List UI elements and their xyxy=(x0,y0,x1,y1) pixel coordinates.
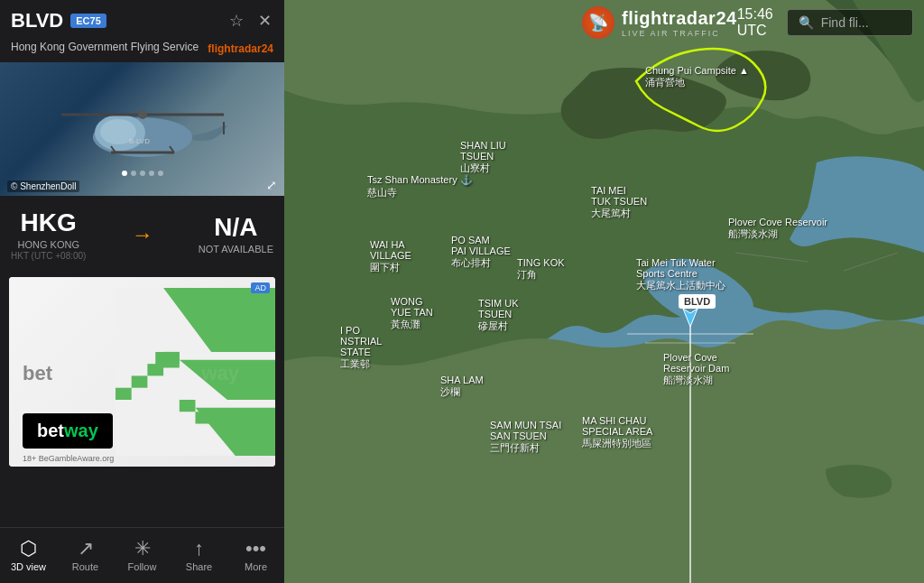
follow-label: Follow xyxy=(128,561,157,572)
origin-airport: HKG HONG KONG HKT (UTC +08:00) xyxy=(11,208,86,261)
svg-text:B-LVD: B-LVD xyxy=(129,137,150,145)
map-label-chung-pui: Chung Pui Campsite ▲涌背營地 xyxy=(645,65,749,89)
svg-rect-23 xyxy=(147,364,163,375)
search-placeholder: Find fli... xyxy=(821,15,869,30)
origin-tz: HKT (UTC +08:00) xyxy=(11,251,86,261)
route-section: HKG HONG KONG HKT (UTC +08:00) → N/A NOT… xyxy=(0,196,284,273)
time-display: 15:46 UTC xyxy=(737,6,773,39)
origin-name: HONG KONG xyxy=(11,239,86,250)
dot-1 xyxy=(122,171,127,176)
map-label-ting-kok: TING KOK汀角 xyxy=(517,257,565,282)
route-icon: ↗ xyxy=(78,539,94,559)
dest-airport: N/A NOT AVAILABLE xyxy=(199,213,273,255)
map-label-plover-dam: Plover CoveReservoir Dam船灣淡水湖 xyxy=(663,352,729,387)
helicopter-image: B-LVD xyxy=(43,88,242,178)
route-label: Route xyxy=(72,561,98,572)
map-blvd-badge: BLVD xyxy=(679,294,716,309)
svg-rect-26 xyxy=(180,400,196,412)
more-icon: ••• xyxy=(245,539,266,559)
map-label-wai-ha: WAI HAVILLAGE圍下村 xyxy=(370,239,411,274)
ad-disclaimer: 18+ BeGambleAware.org xyxy=(23,454,114,463)
dot-4 xyxy=(149,171,154,176)
map-area[interactable]: SHAN LIUTSUEN山寮村 TAI MEITUK TSUEN大尾篤村 WA… xyxy=(284,0,924,583)
dest-code: N/A xyxy=(199,213,273,242)
map-label-tai-mei: TAI MEITUK TSUEN大尾篤村 xyxy=(591,185,647,220)
svg-point-11 xyxy=(138,110,147,119)
map-label-sha-lam: SHA LAM沙欄 xyxy=(440,375,484,399)
search-bar[interactable]: 🔍 Find fli... xyxy=(787,9,913,36)
ad-section: bet way betway 18+ BeGambleAware.org AD xyxy=(9,277,275,467)
map-label-ipo: I PONSTRIALSTATE工業邨 xyxy=(340,325,382,371)
svg-rect-27 xyxy=(196,412,212,423)
origin-code: HKG xyxy=(11,208,86,237)
map-label-ma-shi: MA SHI CHAUSPECIAL AREA馬屎洲特別地區 xyxy=(582,415,652,450)
photo-credit: © ShenzhenDoll xyxy=(7,180,79,192)
map-label-shan-liu: SHAN LIUTSUEN山寮村 xyxy=(460,140,506,175)
map-label-tsim-uk: TSIM UKTSUEN磣屋村 xyxy=(478,298,519,333)
toolbar-share[interactable]: ↑ Share xyxy=(174,539,224,572)
map-label-plover-res: Plover Cove Reservoir船灣淡水湖 xyxy=(728,217,827,241)
sidebar: BLVD EC75 ☆ ✕ Hong Kong Government Flyin… xyxy=(0,0,284,583)
fr24-brand: flightradar24 xyxy=(208,42,273,55)
airline-name: Hong Kong Government Flying Service xyxy=(11,40,199,55)
dot-5 xyxy=(158,171,163,176)
dest-name: NOT AVAILABLE xyxy=(199,244,273,254)
ad-bet-text: bet xyxy=(23,362,52,385)
map-label-tai-mei-water: Tai Mei Tuk WaterSports Centre大尾篤水上活動中心 xyxy=(636,257,725,292)
3d-view-icon: ⬡ xyxy=(20,539,37,559)
dot-3 xyxy=(140,171,145,176)
ad-way-text: way xyxy=(201,362,239,385)
dot-2 xyxy=(131,171,136,176)
toolbar-3d-view[interactable]: ⬡ 3D view xyxy=(4,539,53,572)
bottom-toolbar: ⬡ 3D view ↗ Route ✳ Follow ↑ Share ••• M… xyxy=(0,527,284,583)
ad-label: AD xyxy=(251,282,270,293)
map-label-tsz-shan: Tsz Shan Monastery ⚓慈山寺 xyxy=(367,174,473,199)
route-arrow: → xyxy=(132,222,153,247)
toolbar-route[interactable]: ↗ Route xyxy=(60,539,110,572)
flight-photo: B-LVD © ShenzhenDoll ⤢ xyxy=(0,62,284,196)
ad-background xyxy=(116,277,275,467)
betway-logo: betway xyxy=(23,413,113,449)
toolbar-more[interactable]: ••• More xyxy=(231,539,281,572)
flight-badge: EC75 xyxy=(70,14,106,28)
3d-view-label: 3D view xyxy=(11,561,46,572)
betway-text: betway xyxy=(37,421,98,441)
map-label-po-sam: PO SAMPAI VILLAGE布心排村 xyxy=(451,235,511,270)
header-actions[interactable]: ☆ ✕ xyxy=(227,9,273,32)
follow-icon: ✳ xyxy=(134,539,151,559)
flight-header: BLVD EC75 ☆ ✕ xyxy=(0,0,284,40)
map-label-wong-yue: WONGYUE TAN黃魚灘 xyxy=(391,296,433,331)
more-label: More xyxy=(245,561,267,572)
share-label: Share xyxy=(186,561,212,572)
toolbar-follow[interactable]: ✳ Follow xyxy=(117,539,167,572)
ad-inner: bet way betway 18+ BeGambleAware.org AD xyxy=(9,277,275,467)
svg-rect-24 xyxy=(132,375,148,387)
svg-rect-25 xyxy=(116,387,132,399)
flight-callsign: BLVD xyxy=(11,9,63,32)
map-label-sam-mun: SAM MUN TSAISAN TSUEN三門仔新村 xyxy=(490,420,561,455)
share-icon: ↑ xyxy=(194,539,204,559)
flight-id-section: BLVD EC75 xyxy=(11,9,106,32)
svg-rect-22 xyxy=(163,352,180,364)
bookmark-button[interactable]: ☆ xyxy=(227,9,245,32)
airline-info: Hong Kong Government Flying Service flig… xyxy=(0,40,284,62)
search-icon: 🔍 xyxy=(799,15,814,30)
photo-expand-button[interactable]: ⤢ xyxy=(266,178,277,192)
top-right-controls[interactable]: 15:46 UTC 🔍 Find fli... xyxy=(737,6,913,39)
close-button[interactable]: ✕ xyxy=(256,9,273,32)
photo-dots xyxy=(122,171,163,176)
